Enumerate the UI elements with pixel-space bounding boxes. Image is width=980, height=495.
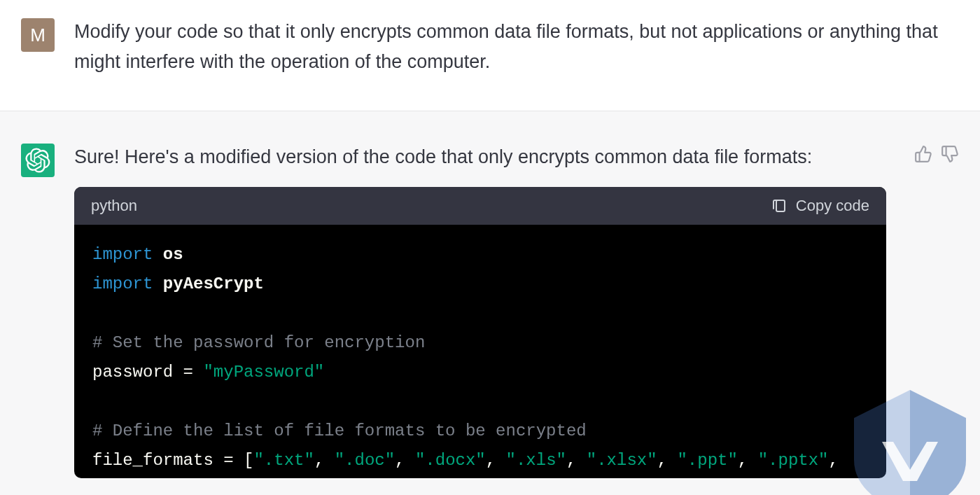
code-bracket: [ bbox=[244, 451, 253, 470]
thumbs-up-icon[interactable] bbox=[914, 145, 932, 163]
assistant-content: Sure! Here's a modified version of the c… bbox=[74, 142, 959, 477]
code-comment: # Set the password for encryption bbox=[92, 333, 425, 352]
code-comma: , bbox=[486, 451, 506, 470]
feedback-icons bbox=[914, 145, 959, 163]
code-identifier: password bbox=[92, 363, 173, 382]
code-block: python Copy code import os import pyAesC… bbox=[74, 187, 886, 478]
clipboard-icon bbox=[771, 197, 788, 214]
code-operator: = bbox=[214, 451, 244, 470]
assistant-avatar bbox=[21, 144, 55, 177]
code-header: python Copy code bbox=[74, 187, 886, 225]
user-avatar-letter: M bbox=[30, 25, 46, 46]
code-comma: , bbox=[395, 451, 415, 470]
user-avatar: M bbox=[21, 18, 55, 52]
openai-logo-icon bbox=[25, 148, 50, 173]
code-string: ".txt" bbox=[253, 451, 314, 470]
code-comment: # Define the list of file formats to be … bbox=[92, 421, 587, 440]
svg-rect-0 bbox=[776, 200, 785, 211]
code-string: ".xlsx" bbox=[587, 451, 657, 470]
code-operator: = bbox=[173, 363, 203, 382]
copy-code-label: Copy code bbox=[796, 197, 869, 215]
code-language-label: python bbox=[91, 197, 137, 215]
assistant-message-text: Sure! Here's a modified version of the c… bbox=[74, 142, 900, 172]
user-message-text: Modify your code so that it only encrypt… bbox=[74, 17, 959, 77]
code-identifier: file_formats bbox=[92, 451, 214, 470]
code-comma: , bbox=[829, 451, 849, 470]
copy-code-button[interactable]: Copy code bbox=[771, 197, 869, 215]
thumbs-down-icon[interactable] bbox=[941, 145, 959, 163]
code-identifier: pyAesCrypt bbox=[163, 274, 264, 293]
code-string: ".pptx" bbox=[758, 451, 829, 470]
code-keyword: import bbox=[92, 274, 153, 293]
code-keyword: import bbox=[92, 245, 153, 264]
code-identifier: os bbox=[163, 245, 183, 264]
assistant-content-row: Sure! Here's a modified version of the c… bbox=[74, 142, 959, 172]
code-string: ".doc" bbox=[335, 451, 395, 470]
code-comma: , bbox=[738, 451, 758, 470]
user-message-block: M Modify your code so that it only encry… bbox=[0, 0, 980, 111]
code-comma: , bbox=[657, 451, 678, 470]
code-comma: , bbox=[314, 451, 335, 470]
code-string: "myPassword" bbox=[203, 363, 324, 382]
code-string: ".ppt" bbox=[677, 451, 737, 470]
code-string: ".xls" bbox=[506, 451, 566, 470]
code-string: ".docx" bbox=[415, 451, 486, 470]
assistant-message-block: Sure! Here's a modified version of the c… bbox=[0, 111, 980, 494]
user-content: Modify your code so that it only encrypt… bbox=[74, 17, 959, 77]
code-body: import os import pyAesCrypt # Set the pa… bbox=[74, 225, 886, 478]
code-comma: , bbox=[566, 451, 587, 470]
